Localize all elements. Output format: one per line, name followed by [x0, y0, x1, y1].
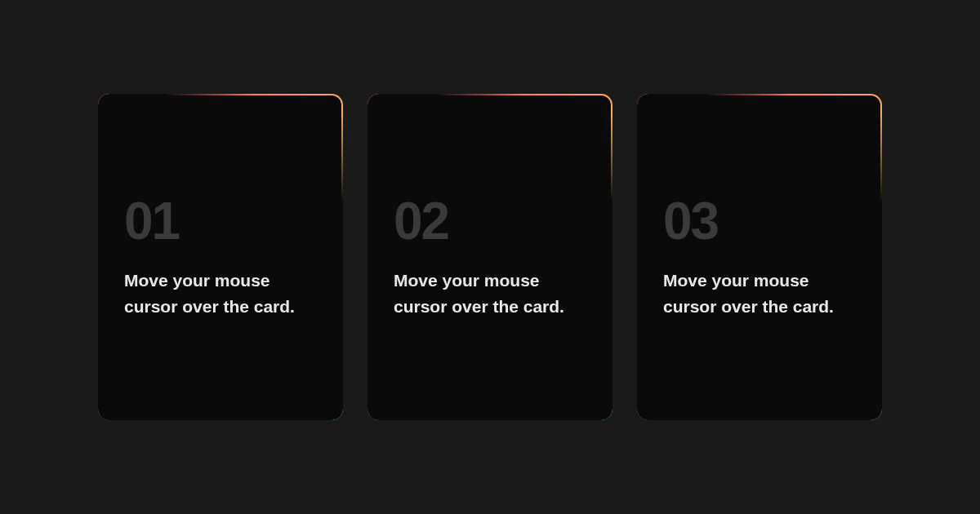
card-2[interactable]: 02 Move your mouse cursor over the card. — [368, 94, 612, 420]
card-number: 03 — [663, 195, 856, 247]
card-content: 01 Move your mouse cursor over the card. — [100, 95, 341, 419]
card-content: 03 Move your mouse cursor over the card. — [639, 95, 880, 419]
card-number: 02 — [394, 195, 586, 247]
card-text: Move your mouse cursor over the card. — [124, 268, 317, 319]
card-number: 01 — [124, 195, 317, 247]
card-3[interactable]: 03 Move your mouse cursor over the card. — [637, 94, 882, 420]
cards-container: 01 Move your mouse cursor over the card.… — [98, 94, 882, 420]
card-content: 02 Move your mouse cursor over the card. — [369, 95, 611, 419]
card-1[interactable]: 01 Move your mouse cursor over the card. — [98, 94, 343, 420]
card-text: Move your mouse cursor over the card. — [663, 268, 856, 319]
card-text: Move your mouse cursor over the card. — [394, 268, 586, 319]
